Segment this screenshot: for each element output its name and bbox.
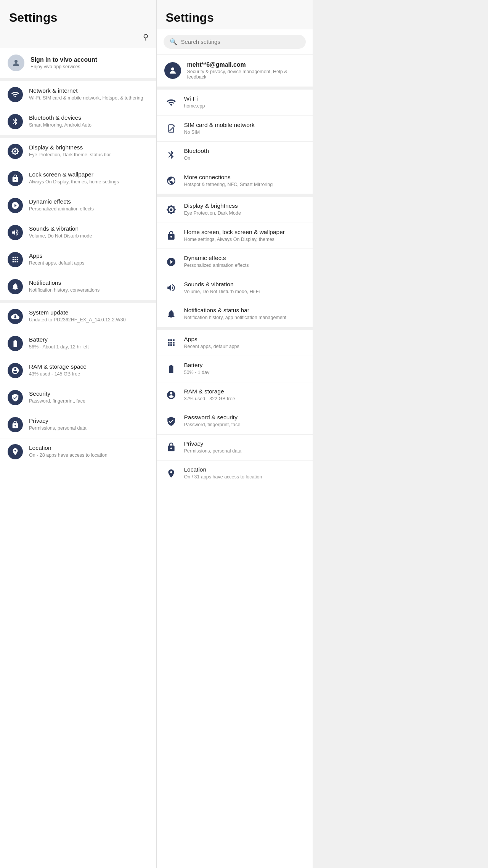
sidebar-item-apps[interactable]: Apps Recent apps, default apps (0, 246, 156, 273)
apps-text: Apps Recent apps, default apps (29, 252, 84, 267)
wifi-title-right: Wi-Fi (184, 95, 205, 102)
sim-icon-right (164, 122, 178, 135)
right-item-wifi[interactable]: Wi-Fi home.cpp (157, 90, 313, 116)
display-sub-right: Eye Protection, Dark Mode (184, 210, 241, 217)
right-item-battery[interactable]: Battery 50% - 1 day (157, 356, 313, 382)
left-search-bar: ⚲ (0, 29, 156, 48)
account-sub: Enjoy vivo app services (30, 64, 97, 69)
lockscreen-title: Lock screen & wallpaper (29, 171, 119, 178)
moreconn-text-right: More connections Hotspot & tethering, NF… (184, 174, 273, 188)
homescreen-icon-right (164, 229, 178, 242)
account-email-sub: Security & privacy, device management, H… (187, 69, 305, 80)
right-item-location[interactable]: Location On / 31 apps have access to loc… (157, 460, 313, 486)
battery-title: Battery (29, 336, 89, 343)
right-section-2: Display & brightness Eye Protection, Dar… (157, 197, 313, 327)
location-title: Location (29, 444, 108, 451)
sounds-sub-right: Volume, Do Not Disturb mode, Hi-Fi (184, 289, 260, 295)
sysupdate-title: System update (29, 309, 126, 316)
sim-sub-right: No SIM (184, 129, 255, 136)
divider3 (0, 300, 156, 303)
right-item-display[interactable]: Display & brightness Eye Protection, Dar… (157, 197, 313, 223)
display-text-right: Display & brightness Eye Protection, Dar… (184, 202, 241, 217)
search-icon-right: 🔍 (170, 38, 177, 45)
left-panel: Settings ⚲ Sign in to vivo account Enjoy… (0, 0, 157, 868)
dynamic-icon (8, 198, 23, 213)
right-search-bar[interactable]: 🔍 (164, 35, 306, 49)
search-icon-left[interactable]: ⚲ (143, 32, 149, 42)
privacy-text: Privacy Permissions, personal data (29, 417, 87, 432)
apps-title-right: Apps (184, 336, 239, 343)
battery-icon (8, 336, 23, 351)
storage-sub: 43% used - 145 GB free (29, 371, 87, 378)
dynamic-sub-right: Personalized animation effects (184, 262, 249, 269)
sidebar-item-bluetooth[interactable]: Bluetooth & devices Smart Mirroring, And… (0, 108, 156, 135)
svg-point-2 (171, 67, 174, 71)
sidebar-item-location[interactable]: Location On - 28 apps have access to loc… (0, 438, 156, 465)
sysupdate-text: System update Updated to PD2362HF_EX_A_1… (29, 309, 126, 324)
homescreen-title-right: Home screen, lock screen & wallpaper (184, 229, 285, 236)
lockscreen-sub: Always On Display, themes, home settings (29, 179, 119, 186)
bluetooth-title: Bluetooth & devices (29, 114, 92, 121)
right-item-privacy[interactable]: Privacy Permissions, personal data (157, 435, 313, 460)
account-info-left: Sign in to vivo account Enjoy vivo app s… (30, 56, 97, 69)
sidebar-item-notifications[interactable]: Notifications Notification history, conv… (0, 273, 156, 300)
privacy-icon-right (164, 440, 178, 454)
sidebar-item-lockscreen[interactable]: Lock screen & wallpaper Always On Displa… (0, 165, 156, 192)
apps-title: Apps (29, 252, 84, 259)
right-section-3: Apps Recent apps, default apps Battery 5… (157, 330, 313, 486)
right-item-dynamic[interactable]: Dynamic effects Personalized animation e… (157, 249, 313, 275)
right-item-moreconn[interactable]: More connections Hotspot & tethering, NF… (157, 168, 313, 194)
storage-text-right: RAM & storage 37% used - 322 GB free (184, 388, 235, 403)
privacy-sub-right: Permissions, personal data (184, 448, 242, 455)
sidebar-item-display[interactable]: Display & brightness Eye Protection, Dar… (0, 138, 156, 165)
sidebar-item-battery[interactable]: Battery 56% - About 1 day, 12 hr left (0, 330, 156, 357)
left-account-row[interactable]: Sign in to vivo account Enjoy vivo app s… (0, 48, 156, 78)
right-item-sounds[interactable]: Sounds & vibration Volume, Do Not Distur… (157, 275, 313, 301)
sidebar-item-sounds[interactable]: Sounds & vibration Volume, Do Not Distur… (0, 219, 156, 246)
privacy-text-right: Privacy Permissions, personal data (184, 440, 242, 455)
battery-title-right: Battery (184, 362, 210, 369)
right-item-homescreen[interactable]: Home screen, lock screen & wallpaper Hom… (157, 223, 313, 249)
security-title-right: Password & security (184, 414, 241, 421)
bluetooth-sub-right: On (184, 155, 209, 162)
security-title: Security (29, 390, 85, 397)
bluetooth-title-right: Bluetooth (184, 148, 209, 154)
sidebar-item-storage[interactable]: RAM & storage space 43% used - 145 GB fr… (0, 357, 156, 384)
right-item-notif[interactable]: Notifications & status bar Notification … (157, 301, 313, 327)
right-account-row[interactable]: meht**6@gmail.com Security & privacy, de… (157, 55, 313, 87)
location-title-right: Location (184, 466, 262, 473)
divider-r1 (157, 87, 313, 90)
dynamic-icon-right (164, 255, 178, 269)
right-panel: Settings 🔍 meht**6@gmail.com Security & … (157, 0, 313, 868)
sidebar-item-network[interactable]: Network & internet Wi-Fi, SIM card & mob… (0, 81, 156, 108)
sidebar-item-dynamic[interactable]: Dynamic effects Personalized animation e… (0, 192, 156, 219)
right-item-sim[interactable]: SIM card & mobile network No SIM (157, 116, 313, 142)
sidebar-item-sysupdate[interactable]: System update Updated to PD2362HF_EX_A_1… (0, 303, 156, 330)
apps-sub: Recent apps, default apps (29, 260, 84, 267)
security-icon (8, 390, 23, 405)
sounds-text: Sounds & vibration Volume, Do Not Distur… (29, 225, 92, 240)
search-input[interactable] (181, 39, 300, 45)
network-title: Network & internet (29, 87, 143, 94)
notif-text-right: Notifications & status bar Notification … (184, 307, 287, 321)
privacy-icon (8, 417, 23, 432)
sidebar-item-privacy[interactable]: Privacy Permissions, personal data (0, 411, 156, 438)
left-section-1: Network & internet Wi-Fi, SIM card & mob… (0, 81, 156, 135)
privacy-title: Privacy (29, 417, 87, 424)
display-title-right: Display & brightness (184, 202, 241, 209)
battery-sub-right: 50% - 1 day (184, 369, 210, 376)
right-item-security[interactable]: Password & security Password, fingerprin… (157, 408, 313, 434)
dynamic-text-right: Dynamic effects Personalized animation e… (184, 255, 249, 269)
right-item-apps[interactable]: Apps Recent apps, default apps (157, 330, 313, 356)
display-icon (8, 144, 23, 159)
right-item-storage[interactable]: RAM & storage 37% used - 322 GB free (157, 382, 313, 408)
apps-icon (8, 252, 23, 267)
security-text: Security Password, fingerprint, face (29, 390, 85, 405)
right-item-bluetooth[interactable]: Bluetooth On (157, 142, 313, 168)
sidebar-item-security[interactable]: Security Password, fingerprint, face (0, 384, 156, 411)
display-sub: Eye Protection, Dark theme, status bar (29, 152, 111, 159)
account-info-right: meht**6@gmail.com Security & privacy, de… (187, 61, 305, 80)
dynamic-text: Dynamic effects Personalized animation e… (29, 198, 94, 213)
divider (0, 78, 156, 81)
account-email: meht**6@gmail.com (187, 61, 305, 68)
